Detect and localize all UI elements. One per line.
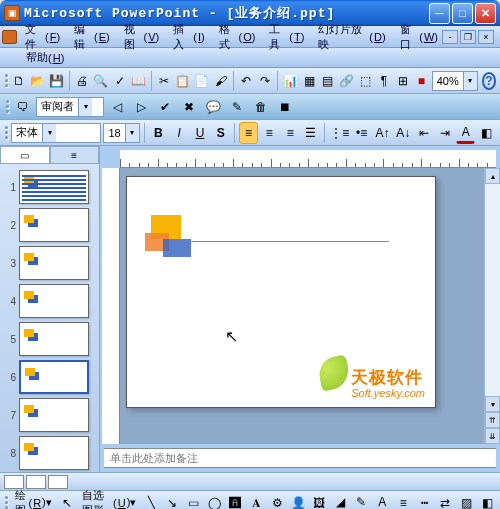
thumbnail-row[interactable]: 8 [4, 436, 95, 470]
scroll-up-button[interactable]: ▴ [485, 168, 500, 184]
rectangle-tool[interactable]: ▭ [184, 492, 202, 510]
numbering-button[interactable]: ⋮≡ [329, 122, 350, 144]
arrow-tool[interactable]: ↘ [163, 492, 181, 510]
menu-insert[interactable]: 插入(I) [169, 20, 209, 54]
thumbnail[interactable] [19, 360, 89, 394]
decrease-font-button[interactable]: A↓ [394, 122, 413, 144]
menu-format[interactable]: 格式(O) [215, 20, 260, 54]
thumbnail-row[interactable]: 2 [4, 208, 95, 242]
thumbnail-row[interactable]: 5 [4, 322, 95, 356]
thumbnail[interactable] [19, 170, 89, 204]
delete-comment-button[interactable]: 🗑 [250, 96, 272, 118]
paste-button[interactable]: 📄 [193, 70, 210, 92]
thumbnail[interactable] [19, 436, 89, 470]
line-color-tool[interactable]: ✎ [352, 492, 370, 510]
tab-slides[interactable]: ▭ [0, 146, 50, 163]
thumbnail-row[interactable]: 7 [4, 398, 95, 432]
font-color-button[interactable]: A [456, 122, 475, 144]
font-name-combo[interactable]: 宋体▾ [11, 123, 101, 143]
next-comment-button[interactable]: ▷ [130, 96, 152, 118]
print-preview-button[interactable]: 🔍 [92, 70, 109, 92]
research-button[interactable]: 📖 [130, 70, 147, 92]
reviewers-combo[interactable]: 审阅者▾ [36, 97, 104, 117]
reject-button[interactable]: ✖ [178, 96, 200, 118]
next-slide-button[interactable]: ⇊ [485, 428, 500, 444]
vertical-scrollbar[interactable]: ▴ ▾ ⇈ ⇊ [484, 168, 500, 444]
prev-comment-button[interactable]: ◁ [106, 96, 128, 118]
diagram-tool[interactable]: ⚙ [268, 492, 286, 510]
thumbnail-row[interactable]: 3 [4, 246, 95, 280]
show-formatting-button[interactable]: ¶ [376, 70, 393, 92]
toolbar-grip[interactable] [4, 122, 9, 144]
menu-tools[interactable]: 工具(T) [265, 20, 308, 54]
font-size-combo[interactable]: 18▾ [103, 123, 140, 143]
select-tool[interactable]: ↖ [58, 492, 76, 510]
thumbnail[interactable] [19, 284, 89, 318]
copy-button[interactable]: 📋 [174, 70, 191, 92]
dash-style-tool[interactable]: ┅ [415, 492, 433, 510]
align-center-button[interactable]: ≡ [260, 122, 279, 144]
wordart-tool[interactable]: 𝐀 [247, 492, 265, 510]
textbox-tool[interactable]: 🅰 [226, 492, 244, 510]
autoshapes-menu[interactable]: 自选图形(U)▾ [79, 487, 140, 510]
increase-font-button[interactable]: A↑ [373, 122, 392, 144]
format-painter-button[interactable]: 🖌 [212, 70, 229, 92]
clipart-tool[interactable]: 👤 [289, 492, 307, 510]
menu-view[interactable]: 视图(V) [120, 20, 164, 54]
font-color-tool[interactable]: A [373, 492, 391, 510]
align-right-button[interactable]: ≡ [281, 122, 300, 144]
bullets-button[interactable]: •≡ [352, 122, 371, 144]
tab-outline[interactable]: ≡ [50, 146, 100, 163]
maximize-button[interactable]: □ [452, 3, 473, 24]
italic-button[interactable]: I [170, 122, 189, 144]
increase-indent-button[interactable]: ⇥ [436, 122, 455, 144]
spellcheck-button[interactable]: ✓ [111, 70, 128, 92]
doc-close-button[interactable]: × [478, 30, 494, 44]
thumbnail-row[interactable]: 4 [4, 284, 95, 318]
fill-color-tool[interactable]: ◢ [331, 492, 349, 510]
thumbnail[interactable] [19, 246, 89, 280]
decrease-indent-button[interactable]: ⇤ [415, 122, 434, 144]
line-style-tool[interactable]: ≡ [394, 492, 412, 510]
notes-pane[interactable]: 单击此处添加备注 [104, 448, 496, 468]
print-button[interactable]: 🖨 [74, 70, 91, 92]
distributed-button[interactable]: ☰ [302, 122, 321, 144]
shadow-button[interactable]: S [211, 122, 230, 144]
hyperlink-button[interactable]: 🔗 [338, 70, 355, 92]
accept-button[interactable]: ✔ [154, 96, 176, 118]
align-left-button[interactable]: ≡ [239, 122, 258, 144]
cut-button[interactable]: ✂ [156, 70, 173, 92]
edit-comment-button[interactable]: ✎ [226, 96, 248, 118]
toolbar-grip[interactable] [4, 70, 8, 92]
arrow-style-tool[interactable]: ⇄ [436, 492, 454, 510]
picture-tool[interactable]: 🖼 [310, 492, 328, 510]
tables-borders-button[interactable]: ▤ [319, 70, 336, 92]
expand-button[interactable]: ⬚ [357, 70, 374, 92]
close-button[interactable]: ✕ [475, 3, 496, 24]
design-button[interactable]: ◧ [477, 122, 496, 144]
slide-area[interactable]: ↖ 天极软件 Soft.yesky.com [120, 168, 484, 444]
underline-button[interactable]: U [191, 122, 210, 144]
slide-canvas[interactable]: ↖ 天极软件 Soft.yesky.com [126, 176, 436, 408]
insert-comment-button[interactable]: 💬 [202, 96, 224, 118]
horizontal-ruler[interactable] [120, 150, 496, 168]
chart-button[interactable]: 📊 [282, 70, 299, 92]
toolbar-grip[interactable] [4, 96, 10, 118]
prev-slide-button[interactable]: ⇈ [485, 412, 500, 428]
show-markup-button[interactable]: 🗨 [12, 96, 34, 118]
save-button[interactable]: 💾 [48, 70, 65, 92]
new-button[interactable]: 🗋 [10, 70, 27, 92]
menu-help[interactable]: 帮助(H) [22, 48, 68, 67]
thumbnail[interactable] [19, 398, 89, 432]
thumbnail-row[interactable]: 1 [4, 170, 95, 204]
zoom-combo[interactable]: 40%▾ [432, 71, 478, 91]
grid-button[interactable]: ⊞ [394, 70, 411, 92]
undo-button[interactable]: ↶ [238, 70, 255, 92]
end-review-button[interactable]: ⏹ [274, 96, 296, 118]
menu-edit[interactable]: 编辑(E) [70, 20, 114, 54]
color-button[interactable]: ■ [413, 70, 430, 92]
redo-button[interactable]: ↷ [256, 70, 273, 92]
document-icon[interactable] [2, 30, 17, 44]
table-button[interactable]: ▦ [301, 70, 318, 92]
doc-restore-button[interactable]: ❐ [460, 30, 476, 44]
